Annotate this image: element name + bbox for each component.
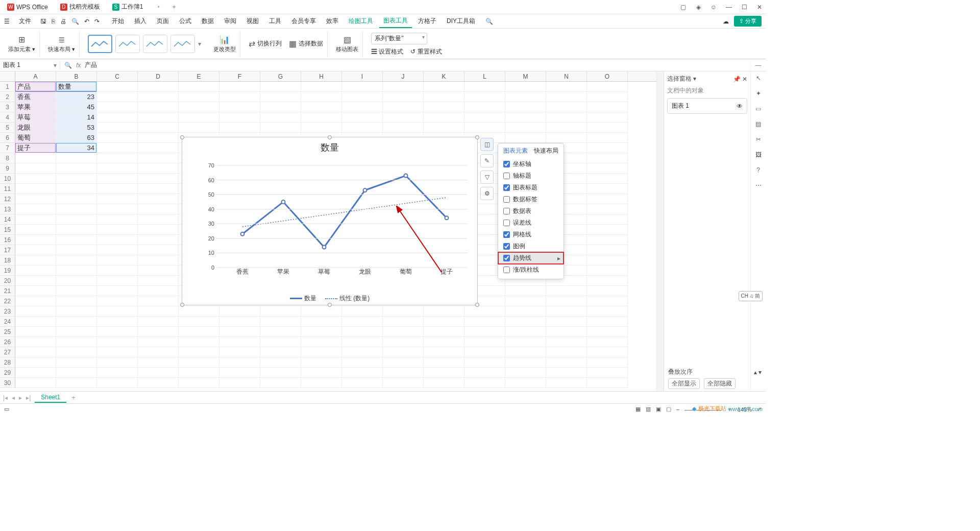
cell[interactable] xyxy=(464,368,505,378)
cube-icon[interactable]: ◈ xyxy=(694,4,702,11)
zoom-level[interactable]: 145% xyxy=(738,406,752,413)
cell[interactable]: 45 xyxy=(56,102,97,112)
popup-tab-layout[interactable]: 快速布局 xyxy=(534,147,558,155)
menu-fangge[interactable]: 方格子 xyxy=(414,15,440,28)
chart-styles-tool[interactable]: ✎ xyxy=(480,154,494,167)
menu-efficiency[interactable]: 效率 xyxy=(322,15,342,28)
cell[interactable] xyxy=(587,255,628,266)
pin-icon[interactable]: 📌 xyxy=(733,76,741,83)
cell[interactable] xyxy=(546,102,587,112)
collapse-rightpanel-icon[interactable]: — xyxy=(750,62,766,69)
cell[interactable] xyxy=(383,357,424,368)
cell[interactable] xyxy=(138,143,179,153)
cell[interactable] xyxy=(138,102,179,112)
cell[interactable] xyxy=(464,357,505,368)
hide-all-button[interactable]: 全部隐藏 xyxy=(704,378,736,389)
cell[interactable] xyxy=(587,174,628,184)
popup-item[interactable]: 误差线 xyxy=(498,217,564,229)
cell[interactable] xyxy=(342,357,383,368)
cell[interactable] xyxy=(56,214,97,225)
cell[interactable] xyxy=(56,357,97,368)
cell[interactable] xyxy=(15,337,56,347)
line-style-2[interactable] xyxy=(115,35,140,53)
row-header[interactable]: 26 xyxy=(0,337,15,347)
cell[interactable] xyxy=(587,133,628,143)
cell[interactable] xyxy=(97,337,138,347)
cell[interactable] xyxy=(464,102,505,112)
row-header[interactable]: 21 xyxy=(0,286,15,296)
close-pane-icon[interactable]: ✕ xyxy=(742,76,747,83)
chart-legend[interactable]: 数量 线性 (数量) xyxy=(182,294,477,303)
cell[interactable] xyxy=(97,245,138,255)
cell[interactable] xyxy=(587,92,628,102)
cell[interactable] xyxy=(219,317,260,327)
cell[interactable] xyxy=(219,123,260,133)
cell[interactable] xyxy=(138,317,179,327)
cell[interactable]: 草莓 xyxy=(15,112,56,123)
cell[interactable] xyxy=(383,378,424,388)
titlebar-tab-template[interactable]: D找稻壳模板 xyxy=(55,1,105,13)
cell[interactable] xyxy=(301,123,342,133)
cell[interactable] xyxy=(587,235,628,245)
more-icon[interactable]: ⋯ xyxy=(755,182,762,189)
row-header[interactable]: 27 xyxy=(0,347,15,357)
chart-settings-tool[interactable]: ⚙ xyxy=(480,187,494,200)
row-header[interactable]: 23 xyxy=(0,306,15,317)
cell[interactable] xyxy=(179,368,219,378)
undo-icon[interactable]: ↶ xyxy=(84,18,89,25)
add-sheet-button[interactable]: ＋ xyxy=(70,393,77,402)
cell[interactable] xyxy=(424,317,464,327)
cell[interactable] xyxy=(505,82,546,92)
ribbon-switch-rowcol[interactable]: ⇄切换行列 xyxy=(249,39,282,49)
menu-start[interactable]: 开始 xyxy=(108,15,128,28)
cell[interactable] xyxy=(464,347,505,357)
cell[interactable]: 龙眼 xyxy=(15,123,56,133)
cell[interactable] xyxy=(138,112,179,123)
cell[interactable] xyxy=(138,235,179,245)
ribbon-quick-layout[interactable]: ≣快速布局 ▾ xyxy=(44,31,80,57)
cell[interactable] xyxy=(56,163,97,174)
cell[interactable] xyxy=(546,347,587,357)
cell[interactable] xyxy=(138,327,179,337)
row-header[interactable]: 19 xyxy=(0,266,15,276)
cell[interactable] xyxy=(464,123,505,133)
popup-item[interactable]: 数据表 xyxy=(498,205,564,217)
chart-plot-area[interactable]: 010203040506070香蕉苹果草莓龙眼葡萄提子 xyxy=(202,158,467,275)
hamburger-icon[interactable]: ☰ xyxy=(4,18,10,25)
cell[interactable] xyxy=(138,92,179,102)
cell[interactable] xyxy=(587,194,628,204)
row-header[interactable]: 30 xyxy=(0,378,15,388)
cell[interactable] xyxy=(56,378,97,388)
cell[interactable] xyxy=(56,306,97,317)
row-header[interactable]: 20 xyxy=(0,276,15,286)
cell[interactable] xyxy=(383,112,424,123)
cell[interactable] xyxy=(179,92,219,102)
cell[interactable] xyxy=(260,92,301,102)
cell[interactable] xyxy=(301,317,342,327)
cell[interactable] xyxy=(179,337,219,347)
cell[interactable] xyxy=(546,286,587,296)
menu-drawing-tools[interactable]: 绘图工具 xyxy=(345,15,377,28)
col-E[interactable]: E xyxy=(179,71,219,81)
cell[interactable] xyxy=(260,123,301,133)
line-style-1[interactable] xyxy=(88,35,112,53)
cell[interactable] xyxy=(505,133,546,143)
cell[interactable] xyxy=(15,204,56,214)
cell[interactable] xyxy=(138,194,179,204)
image-icon[interactable]: 🖼 xyxy=(755,151,762,158)
row-header[interactable]: 3 xyxy=(0,102,15,112)
cell[interactable] xyxy=(138,347,179,357)
cell[interactable] xyxy=(138,174,179,184)
row-header[interactable]: 6 xyxy=(0,133,15,143)
cell[interactable] xyxy=(342,347,383,357)
cell[interactable] xyxy=(138,245,179,255)
sheet-nav-next[interactable]: ▸ xyxy=(19,394,22,401)
cell[interactable] xyxy=(383,92,424,102)
resize-handle[interactable] xyxy=(475,135,479,139)
cell[interactable] xyxy=(424,347,464,357)
col-I[interactable]: I xyxy=(342,71,383,81)
row-header[interactable]: 13 xyxy=(0,204,15,214)
col-B[interactable]: B xyxy=(56,71,97,81)
print-icon[interactable]: 🖨 xyxy=(60,18,66,25)
menu-insert[interactable]: 插入 xyxy=(130,15,151,28)
